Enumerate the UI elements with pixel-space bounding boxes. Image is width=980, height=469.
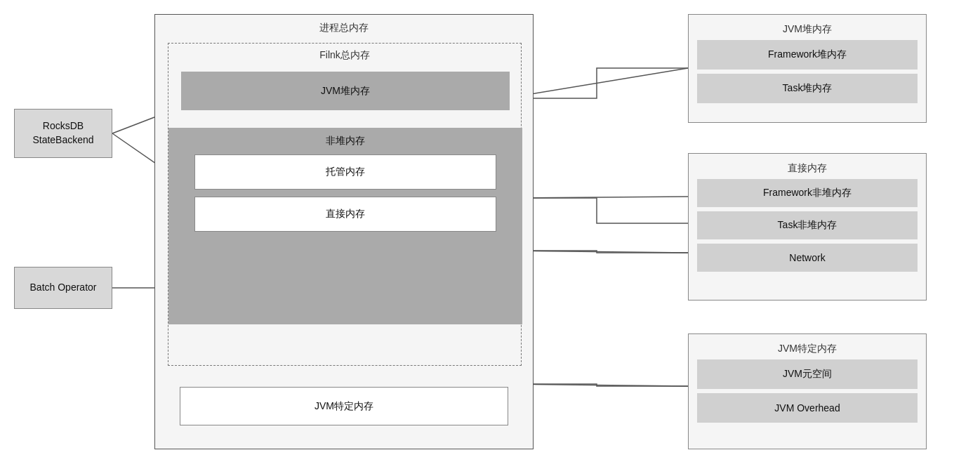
right-item-task-heap: Task堆内存 <box>697 74 918 103</box>
main-title: 进程总内存 <box>162 22 526 34</box>
right-item-jvm-overhead: JVM Overhead <box>697 393 918 423</box>
right-item-task-offheap: Task非堆内存 <box>697 211 918 239</box>
right-item-network: Network <box>697 244 918 272</box>
dashed-title: Filnk总内存 <box>174 49 515 62</box>
jvm-specific-block: JVM特定内存 <box>180 387 508 425</box>
right-item-jvm-metaspace: JVM元空间 <box>697 359 918 389</box>
right-group-jvm-heap: JVM堆内存 Framework堆内存 Task堆内存 <box>688 14 927 123</box>
right-group-direct: 直接内存 Framework非堆内存 Task非堆内存 Network <box>688 153 927 300</box>
right-group-direct-title: 直接内存 <box>697 162 918 175</box>
right-group-jvm-specific-title: JVM特定内存 <box>697 343 918 355</box>
jvm-heap-label: JVM堆内存 <box>321 85 370 98</box>
right-group-jvm-heap-title: JVM堆内存 <box>697 23 918 36</box>
jvm-specific-label: JVM特定内存 <box>314 400 373 413</box>
right-item-framework-offheap: Framework非堆内存 <box>697 179 918 207</box>
managed-memory-label: 托管内存 <box>326 166 365 178</box>
jvm-heap-block: JVM堆内存 <box>181 72 510 110</box>
managed-memory-block: 托管内存 <box>194 154 496 190</box>
diagram: RocksDB StateBackend Batch Operator 进程总内… <box>0 0 980 469</box>
direct-memory-label: 直接内存 <box>326 208 365 220</box>
right-item-framework-heap: Framework堆内存 <box>697 40 918 70</box>
rocksdb-label: RocksDB StateBackend <box>32 119 93 147</box>
right-group-jvm-specific: JVM特定内存 JVM元空间 JVM Overhead <box>688 333 927 449</box>
off-heap-label: 非堆内存 <box>326 135 365 147</box>
batch-operator-label: Batch Operator <box>30 281 97 295</box>
rocksdb-box: RocksDB StateBackend <box>14 109 112 158</box>
main-container: 进程总内存 Filnk总内存 JVM堆内存 非堆内存 托管内存 直接内存 <box>154 14 534 449</box>
off-heap-block: 非堆内存 托管内存 直接内存 <box>168 128 522 324</box>
direct-memory-block: 直接内存 <box>194 197 496 232</box>
dashed-container: Filnk总内存 JVM堆内存 非堆内存 托管内存 直接内存 <box>168 43 522 366</box>
batch-operator-box: Batch Operator <box>14 267 112 309</box>
